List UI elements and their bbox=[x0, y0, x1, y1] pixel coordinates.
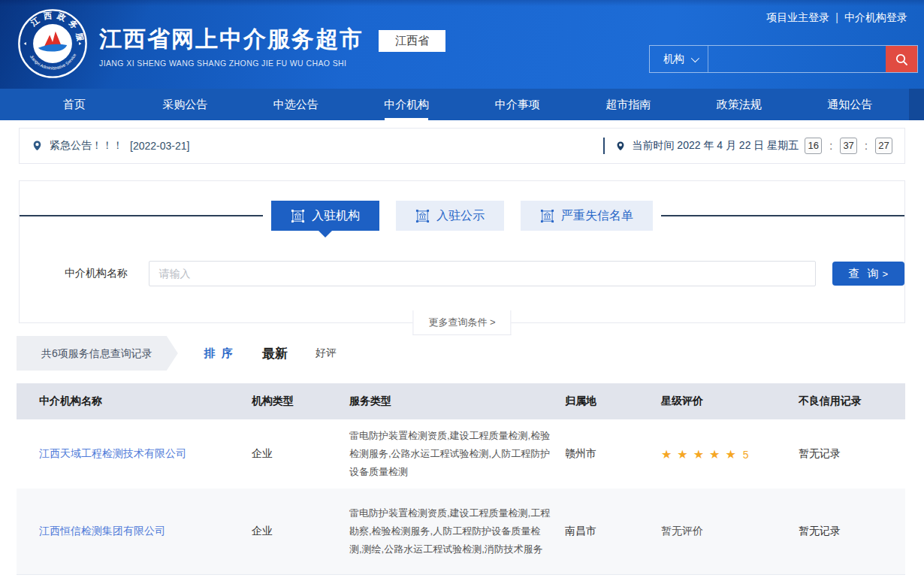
col-header-credit-record: 不良信用记录 bbox=[799, 395, 905, 408]
header-search-bar: 机构 bbox=[649, 45, 918, 73]
star-icons: ★★★★★ bbox=[661, 448, 741, 461]
nav-item-intermediary-matters[interactable]: 中介事项 bbox=[462, 89, 573, 120]
magnifier-icon bbox=[895, 53, 908, 66]
agency-name-form: 中介机构名称 查 询 > bbox=[65, 261, 904, 286]
site-logo-seal-icon: 江西政务服务 Jiangxi Administrative Service bbox=[17, 8, 89, 80]
institution-icon bbox=[415, 209, 430, 223]
credit-record: 暂无记录 bbox=[799, 525, 905, 538]
region: 赣州市 bbox=[565, 447, 661, 461]
divider bbox=[603, 138, 605, 154]
header-search-button[interactable] bbox=[886, 46, 917, 72]
institution-icon bbox=[540, 209, 554, 223]
site-title: 江西省网上中介服务超市 bbox=[99, 24, 364, 55]
sort-label: 排 序 bbox=[204, 346, 234, 361]
results-count-badge: 共6项服务信息查询记录 bbox=[17, 336, 178, 371]
agencies-table: 中介机构名称 机构类型 服务类型 归属地 星级评价 不良信用记录 江西天域工程检… bbox=[17, 383, 905, 575]
nav-item-policies[interactable]: 政策法规 bbox=[684, 89, 795, 120]
more-conditions-toggle[interactable]: 更多查询条件 > bbox=[412, 310, 511, 335]
nav-item-announcements[interactable]: 通知公告 bbox=[795, 89, 906, 120]
agency-name-label: 中介机构名称 bbox=[65, 267, 137, 280]
search-category-value: 机构 bbox=[663, 53, 684, 66]
table-row: 江西恒信检测集团有限公司 企业 雷电防护装置检测资质,建设工程质量检测,工程勘察… bbox=[17, 489, 905, 575]
col-header-service-type: 服务类型 bbox=[349, 395, 565, 408]
time-hours: 16 bbox=[805, 138, 822, 154]
login-links-separator: | bbox=[835, 11, 838, 23]
nav-item-selection-notices[interactable]: 中选公告 bbox=[240, 89, 352, 120]
agency-login-link[interactable]: 中介机构登录 bbox=[844, 11, 907, 23]
service-types: 雷电防护装置检测资质,建设工程质量检测,工程勘察,检验检测服务,人防工程防护设备… bbox=[349, 504, 565, 558]
header-search-input[interactable] bbox=[708, 46, 886, 72]
col-header-agency-type: 机构类型 bbox=[252, 395, 349, 408]
location-pin-icon bbox=[32, 140, 43, 152]
nav-item-home[interactable]: 首页 bbox=[19, 89, 130, 120]
service-types: 雷电防护装置检测资质,建设工程质量检测,检验检测服务,公路水运工程试验检测,人防… bbox=[349, 427, 565, 481]
nav-item-market-guide[interactable]: 超市指南 bbox=[573, 89, 684, 120]
region-badge[interactable]: 江西省 bbox=[379, 30, 445, 52]
nav-item-procurement-notices[interactable]: 采购公告 bbox=[130, 89, 241, 120]
time-minutes: 37 bbox=[840, 138, 857, 154]
col-header-region: 归属地 bbox=[565, 395, 661, 408]
agency-type: 企业 bbox=[252, 447, 349, 461]
region: 南昌市 bbox=[565, 525, 661, 538]
owner-login-link[interactable]: 项目业主登录 bbox=[766, 11, 829, 23]
sort-option-best-rated[interactable]: 好评 bbox=[316, 346, 337, 360]
agency-type: 企业 bbox=[252, 525, 349, 538]
notice-bar: 紧急公告！！！ [2022-03-21] 当前时间 2022 年 4 月 22 … bbox=[19, 128, 905, 164]
star-rating: ★★★★★5 bbox=[661, 447, 799, 461]
tab-label: 严重失信名单 bbox=[561, 208, 633, 224]
col-header-agency-name: 中介机构名称 bbox=[39, 395, 252, 408]
agency-name-input[interactable] bbox=[149, 261, 815, 286]
star-rating: 暂无评价 bbox=[661, 525, 799, 538]
tab-entry-publicity[interactable]: 入驻公示 bbox=[396, 201, 504, 231]
agency-search-panel: 入驻机构 入驻公示 严重失信名单 bbox=[19, 180, 905, 323]
chevron-right-icon: > bbox=[883, 268, 889, 280]
results-section: 共6项服务信息查询记录 排 序 最新 好评 中介机构名称 机构类型 服务类型 归… bbox=[17, 336, 905, 575]
header-branding: 江西政务服务 Jiangxi Administrative Service 江西… bbox=[17, 8, 445, 80]
time-prefix: 当前时间 2022 年 4 月 22 日 星期五 bbox=[632, 139, 799, 153]
query-button[interactable]: 查 询 > bbox=[832, 262, 904, 286]
rating-value: 5 bbox=[743, 449, 749, 461]
agency-name-link[interactable]: 江西天域工程检测技术有限公司 bbox=[39, 447, 252, 461]
query-button-label: 查 询 bbox=[848, 267, 880, 281]
institution-icon bbox=[291, 209, 305, 223]
category-tabs: 入驻机构 入驻公示 严重失信名单 bbox=[20, 201, 904, 231]
sort-option-newest[interactable]: 最新 bbox=[262, 345, 288, 362]
time-seconds: 27 bbox=[875, 138, 892, 154]
time-colon: : bbox=[865, 140, 868, 152]
current-time: 当前时间 2022 年 4 月 22 日 星期五 16 : 37 : 27 bbox=[603, 138, 892, 154]
search-category-select[interactable]: 机构 bbox=[650, 46, 708, 72]
nav-item-intermediary-agencies[interactable]: 中介机构 bbox=[352, 89, 463, 120]
login-links: 项目业主登录|中介机构登录 bbox=[766, 11, 907, 25]
site-header: 江西政务服务 Jiangxi Administrative Service 江西… bbox=[0, 0, 924, 89]
table-row: 江西天域工程检测技术有限公司 企业 雷电防护装置检测资质,建设工程质量检测,检验… bbox=[17, 419, 905, 489]
tab-serious-dishonesty-list[interactable]: 严重失信名单 bbox=[521, 201, 653, 231]
site-title-block: 江西省网上中介服务超市 JIANG XI SHENG WANG SHANG ZH… bbox=[99, 24, 364, 68]
tab-label: 入驻公示 bbox=[436, 208, 485, 224]
site-subtitle: JIANG XI SHENG WANG SHANG ZHONG JIE FU W… bbox=[99, 59, 364, 68]
time-colon: : bbox=[829, 140, 832, 152]
col-header-star-rating: 星级评价 bbox=[661, 395, 799, 408]
results-filter-row: 共6项服务信息查询记录 排 序 最新 好评 bbox=[17, 336, 905, 371]
table-header-row: 中介机构名称 机构类型 服务类型 归属地 星级评价 不良信用记录 bbox=[17, 383, 905, 419]
tab-registered-agencies[interactable]: 入驻机构 bbox=[271, 201, 379, 231]
urgent-announcement[interactable]: 紧急公告！！！ [2022-03-21] bbox=[32, 139, 189, 153]
main-nav: 首页 采购公告 中选公告 中介机构 中介事项 超市指南 政策法规 通知公告 bbox=[0, 89, 924, 120]
announcement-date: [2022-03-21] bbox=[130, 140, 189, 152]
agency-name-link[interactable]: 江西恒信检测集团有限公司 bbox=[39, 525, 252, 538]
credit-record: 暂无记录 bbox=[799, 447, 905, 461]
announcement-title[interactable]: 紧急公告！！！ bbox=[50, 139, 123, 153]
location-pin-icon bbox=[615, 141, 626, 152]
tab-label: 入驻机构 bbox=[312, 208, 360, 224]
chevron-down-icon bbox=[691, 53, 699, 62]
